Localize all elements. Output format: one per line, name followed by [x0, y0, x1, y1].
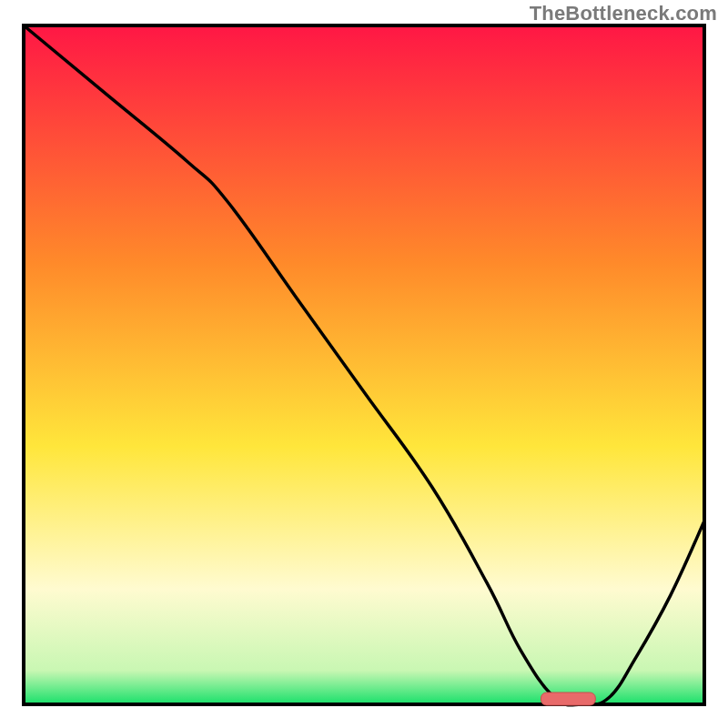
- chart-container: TheBottleneck.com: [0, 0, 728, 728]
- plot-area: [24, 25, 704, 705]
- optimum-marker: [541, 693, 596, 705]
- gradient-background: [24, 25, 704, 704]
- watermark-text: TheBottleneck.com: [530, 2, 717, 25]
- bottleneck-chart: [0, 0, 728, 728]
